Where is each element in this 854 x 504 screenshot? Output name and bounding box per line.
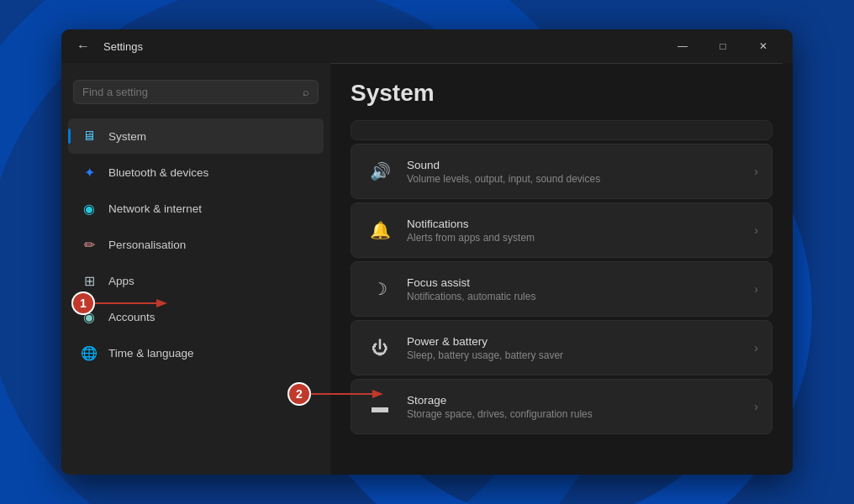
chevron-icon: ›	[754, 165, 758, 178]
apps-icon: ⊞	[80, 271, 98, 290]
notifications-text: Notifications Alerts from apps and syste…	[407, 218, 754, 244]
right-panel: System 🔊 Sound Volume levels, output, in…	[330, 63, 793, 475]
search-icon: ⌕	[303, 86, 309, 98]
svg-marker-1	[156, 299, 167, 307]
sidebar-item-bluetooth[interactable]: ✦ Bluetooth & devices	[68, 155, 324, 190]
title-bar-controls: — □ ✕	[663, 34, 783, 59]
sound-text: Sound Volume levels, output, input, soun…	[407, 159, 754, 185]
bluetooth-icon: ✦	[80, 163, 98, 181]
notifications-icon: 🔔	[365, 215, 395, 245]
annotation-2-arrow	[309, 386, 385, 402]
chevron-icon: ›	[754, 282, 758, 296]
title-bar-left: ← Settings	[71, 35, 663, 57]
title-bar: ← Settings — □ ✕	[61, 29, 793, 63]
svg-marker-3	[372, 390, 383, 398]
network-icon: ◉	[80, 199, 98, 218]
settings-item-notifications[interactable]: 🔔 Notifications Alerts from apps and sys…	[351, 202, 772, 258]
sidebar-item-time[interactable]: 🌐 Time & language	[68, 335, 324, 370]
focus-assist-desc: Notifications, automatic rules	[407, 291, 754, 302]
focus-assist-icon: ☽	[365, 274, 395, 304]
sidebar: ⌕ 🖥 System ✦ Bluetooth & devices ◉ Netwo…	[61, 63, 330, 475]
window-title: Settings	[103, 40, 143, 53]
minimize-button[interactable]: —	[663, 34, 702, 59]
annotation-2: 2	[287, 382, 311, 406]
power-battery-text: Power & battery Sleep, battery usage, ba…	[407, 335, 754, 361]
annotation-1-arrow	[93, 295, 169, 312]
search-input[interactable]	[82, 86, 296, 98]
sidebar-item-label-accounts: Accounts	[108, 311, 156, 323]
close-button[interactable]: ✕	[744, 34, 783, 59]
personalisation-icon: ✏	[80, 235, 98, 254]
maximize-button[interactable]: □	[704, 34, 742, 59]
time-icon: 🌐	[80, 344, 98, 362]
sidebar-item-personalisation[interactable]: ✏ Personalisation	[68, 227, 324, 262]
search-box[interactable]: ⌕	[73, 80, 319, 104]
sidebar-item-label-network: Network & internet	[108, 202, 202, 215]
back-button[interactable]: ←	[71, 35, 95, 57]
nav-list: 🖥 System ✦ Bluetooth & devices ◉ Network…	[61, 118, 330, 371]
settings-item-storage[interactable]: ▬ Storage Storage space, drives, configu…	[351, 379, 772, 434]
power-battery-title: Power & battery	[407, 335, 754, 348]
settings-item-power-battery[interactable]: ⏻ Power & battery Sleep, battery usage, …	[351, 320, 772, 375]
power-battery-icon: ⏻	[365, 333, 395, 363]
settings-item-sound[interactable]: 🔊 Sound Volume levels, output, input, so…	[351, 144, 772, 199]
sidebar-item-label-personalisation: Personalisation	[108, 239, 186, 251]
sidebar-item-apps[interactable]: ⊞ Apps	[68, 263, 324, 298]
notifications-title: Notifications	[407, 218, 754, 230]
chevron-icon: ›	[754, 223, 758, 237]
storage-title: Storage	[407, 394, 754, 407]
system-icon: 🖥	[80, 127, 98, 145]
settings-item-focus-assist[interactable]: ☽ Focus assist Notifications, automatic …	[351, 261, 772, 317]
notifications-desc: Alerts from apps and system	[407, 232, 754, 244]
main-content: ⌕ 🖥 System ✦ Bluetooth & devices ◉ Netwo…	[61, 63, 793, 475]
settings-list: 🔊 Sound Volume levels, output, input, so…	[351, 144, 772, 434]
storage-desc: Storage space, drives, configuration rul…	[407, 408, 754, 420]
focus-assist-text: Focus assist Notifications, automatic ru…	[407, 276, 754, 302]
settings-window: ← Settings — □ ✕ ⌕ 🖥 System ✦ Bluetooth …	[61, 29, 793, 475]
focus-assist-title: Focus assist	[407, 276, 754, 289]
partial-top-item	[351, 120, 772, 140]
storage-text: Storage Storage space, drives, configura…	[407, 394, 754, 420]
page-title: System	[351, 80, 772, 107]
chevron-icon: ›	[754, 400, 758, 413]
sound-desc: Volume levels, output, input, sound devi…	[407, 173, 754, 185]
sidebar-item-label-apps: Apps	[108, 275, 134, 287]
chevron-icon: ›	[754, 341, 758, 354]
power-battery-desc: Sleep, battery usage, battery saver	[407, 349, 754, 361]
sidebar-item-label-system: System	[108, 130, 146, 143]
annotation-1: 1	[71, 291, 95, 315]
sidebar-item-label-time: Time & language	[108, 347, 194, 360]
sidebar-item-network[interactable]: ◉ Network & internet	[68, 191, 324, 226]
sidebar-item-label-bluetooth: Bluetooth & devices	[108, 166, 208, 179]
sound-title: Sound	[407, 159, 754, 171]
sound-icon: 🔊	[365, 156, 395, 186]
sidebar-item-system[interactable]: 🖥 System	[68, 118, 324, 154]
